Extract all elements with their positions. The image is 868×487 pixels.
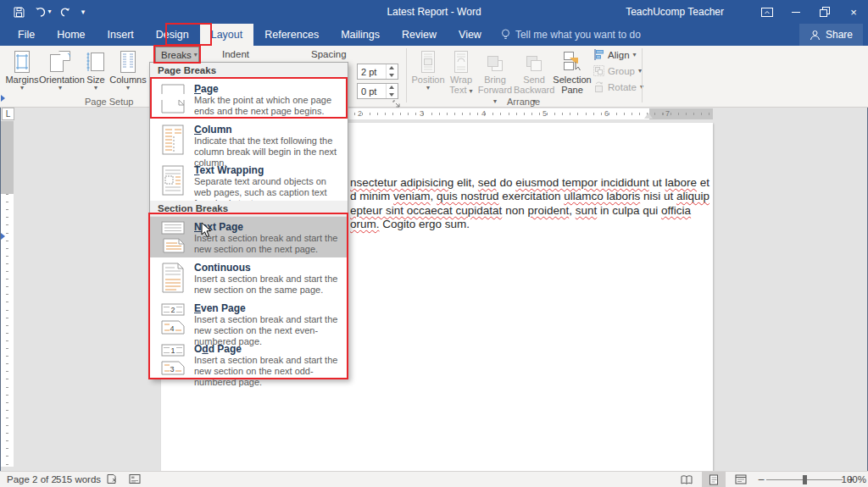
wrap-text-label-1: Wrap — [444, 75, 478, 85]
chevron-down-icon: ▾ — [108, 85, 147, 91]
size-icon — [86, 51, 105, 73]
orientation-button[interactable]: Orientation ▾ — [39, 47, 81, 91]
columns-icon — [119, 51, 137, 73]
title-bar: ▾ ▾ Latest Report - Word TeachUcomp Teac… — [0, 0, 868, 24]
spinner-up-icon[interactable] — [389, 86, 394, 89]
tab-stop-selector[interactable]: L — [2, 108, 14, 120]
ruler-top-margin — [1, 121, 14, 194]
tell-me-label: Tell me what you want to do — [515, 29, 641, 41]
dialog-launcher-icon — [392, 100, 401, 108]
rotate-icon — [593, 81, 604, 92]
print-layout-button[interactable] — [702, 472, 726, 487]
tab-layout[interactable]: Layout — [200, 24, 254, 46]
selection-pane-label-1: Selection — [553, 75, 592, 85]
ribbon-display-options-button[interactable] — [753, 0, 782, 24]
margins-icon — [12, 51, 32, 73]
close-button[interactable]: × — [839, 0, 868, 24]
tab-view[interactable]: View — [448, 24, 492, 46]
zoom-out-button[interactable]: − — [758, 473, 765, 486]
menu-item-column-break[interactable]: Column Indicate that the text following … — [150, 119, 348, 160]
read-mode-button[interactable] — [675, 472, 698, 487]
align-icon — [593, 49, 604, 60]
ribbon: Margins ▾ Orientation ▾ Size ▾ Columns ▾… — [0, 46, 868, 108]
tab-review[interactable]: Review — [391, 24, 448, 46]
web-layout-icon — [735, 474, 747, 484]
selection-pane-button[interactable]: Selection Pane — [553, 47, 592, 95]
ruler-number: 2 — [358, 109, 362, 118]
tab-insert[interactable]: Insert — [97, 24, 145, 46]
right-indent-marker[interactable] — [644, 113, 653, 119]
spacing-before-spinner[interactable]: 2 pt — [357, 64, 398, 80]
chevron-down-icon: ▾ — [3, 85, 41, 91]
spinner-up-icon[interactable] — [389, 66, 394, 69]
share-button[interactable]: Share — [799, 24, 863, 46]
tab-references[interactable]: References — [253, 24, 330, 46]
tab-home[interactable]: Home — [46, 24, 96, 46]
align-label: Align — [608, 50, 630, 60]
tell-me-box[interactable]: Tell me what you want to do — [492, 24, 649, 46]
close-icon: × — [850, 6, 857, 19]
size-button[interactable]: Size ▾ — [81, 47, 110, 91]
odd-page-break-icon: 13 — [159, 343, 187, 375]
ribbon-tab-row: File Home Insert Design Layout Reference… — [0, 24, 868, 46]
proofing-status-button[interactable] — [106, 473, 118, 487]
margins-button[interactable]: Margins ▾ — [3, 47, 41, 91]
text-wrapping-break-icon — [159, 164, 187, 196]
group-label: Group — [608, 66, 635, 76]
column-break-icon — [159, 124, 187, 156]
rotate-label: Rotate — [608, 82, 637, 92]
columns-button[interactable]: Columns ▾ — [108, 47, 147, 91]
macro-record-button[interactable] — [129, 473, 141, 486]
document-line: d minim veniam, quis nostrud exercitatio… — [350, 190, 713, 203]
word-window: ▾ ▾ Latest Report - Word TeachUcomp Teac… — [0, 0, 868, 487]
send-backward-label-1: Send — [514, 75, 554, 85]
menu-item-odd-page-break[interactable]: 13 Odd Page Insert a section break and s… — [150, 339, 348, 379]
spinner-down-icon[interactable] — [389, 74, 394, 77]
svg-text:3: 3 — [170, 365, 174, 374]
menu-item-page-break[interactable]: Page Mark the point at which one page en… — [150, 79, 348, 119]
restore-button[interactable] — [810, 0, 839, 24]
menu-item-continuous-break[interactable]: Continuous Insert a section break and st… — [150, 257, 348, 298]
spacing-heading: Spacing — [311, 49, 347, 59]
indent-heading: Indent — [222, 49, 249, 59]
position-button: Position ▾ — [410, 47, 446, 91]
menu-item-even-page-break[interactable]: 24 Even Page Insert a section break and … — [150, 298, 348, 339]
tab-file[interactable]: File — [7, 24, 46, 46]
status-bar: Page 2 of 2 515 words − + 100% — [0, 471, 868, 487]
group-icon — [593, 65, 604, 76]
zoom-percentage[interactable]: 100% — [842, 474, 866, 484]
selection-pane-label-2: Pane — [553, 85, 592, 95]
wrap-text-label-2: Text — [449, 85, 466, 95]
restore-icon — [820, 7, 830, 17]
zoom-slider[interactable] — [766, 479, 843, 480]
account-name[interactable]: TeachUcomp Teacher — [626, 6, 724, 18]
arrange-group-label: Arrange — [507, 97, 540, 107]
ruler-number: 7 — [665, 109, 670, 118]
page-count[interactable]: Page 2 of 2 — [7, 474, 57, 484]
chevron-down-icon: ▾ — [633, 52, 637, 58]
spinner-arrows[interactable] — [386, 64, 397, 79]
align-button[interactable]: Align ▾ — [593, 47, 637, 62]
breaks-dropdown-menu: Page Breaks Page Mark the point at which… — [149, 62, 348, 379]
web-layout-button[interactable] — [729, 472, 753, 487]
ribbon-display-options-icon — [761, 8, 773, 17]
tab-design[interactable]: Design — [145, 24, 200, 46]
word-count[interactable]: 515 words — [56, 474, 101, 484]
minimize-button[interactable] — [782, 0, 810, 24]
spacing-before-value: 2 pt — [361, 67, 376, 77]
breaks-button[interactable]: Breaks ▾ — [155, 47, 199, 63]
ruler-number: 3 — [420, 109, 424, 118]
selection-pane-icon — [562, 51, 582, 73]
menu-item-text-wrapping-break[interactable]: Text Wrapping Separate text around objec… — [150, 160, 348, 201]
rotate-button: Rotate ▾ — [593, 80, 643, 94]
macro-record-icon — [129, 473, 141, 484]
chevron-down-icon: ▾ — [194, 52, 198, 58]
tab-mailings[interactable]: Mailings — [330, 24, 391, 46]
group-button: Group ▾ — [593, 64, 642, 78]
zoom-slider-thumb[interactable] — [803, 475, 807, 484]
position-icon — [420, 51, 437, 73]
ruler-ticks — [6, 194, 8, 465]
lightbulb-icon — [501, 29, 510, 41]
document-text[interactable]: nsectetur adipisicing elit, sed do eiusm… — [350, 176, 713, 232]
menu-item-next-page-break[interactable]: Next Page Insert a section break and sta… — [150, 217, 348, 257]
